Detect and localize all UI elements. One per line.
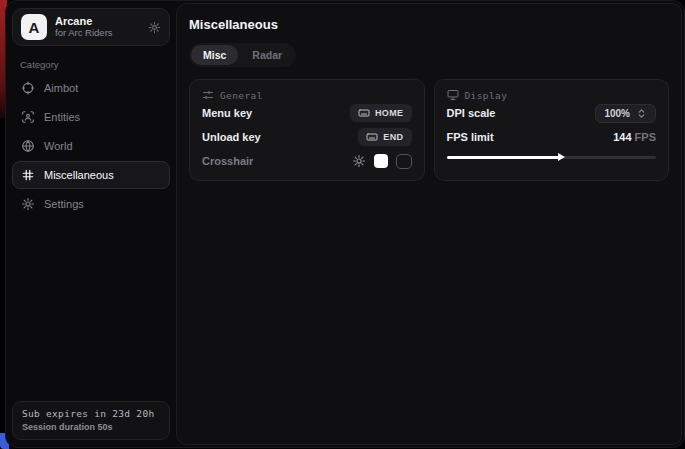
- grid-icon: [21, 168, 35, 182]
- crosshair-settings-gear-icon[interactable]: [352, 154, 366, 168]
- crosshair-row: Crosshair: [202, 149, 412, 173]
- unload-key-row: Unload key END: [202, 125, 412, 149]
- sub-expiry-text: Sub expires in 23d 20h: [22, 408, 160, 419]
- fps-slider[interactable]: [447, 151, 657, 163]
- sidebar-item-aimbot[interactable]: Aimbot: [12, 74, 170, 102]
- fps-limit-row: FPS limit 144 FPS: [447, 125, 657, 149]
- dpi-scale-row: DPI scale 100%: [447, 101, 657, 125]
- gear-icon: [21, 197, 35, 211]
- tab-radar[interactable]: Radar: [240, 45, 294, 65]
- dpi-scale-select[interactable]: 100%: [595, 104, 656, 123]
- category-label: Category: [20, 59, 170, 70]
- sidebar-item-settings[interactable]: Settings: [12, 190, 170, 218]
- menu-key-button[interactable]: HOME: [350, 104, 412, 122]
- brand-subtitle: for Arc Riders: [55, 28, 140, 39]
- sidebar-item-world[interactable]: World: [12, 132, 170, 160]
- panels-row: General Menu key HOME Unload key: [189, 79, 669, 181]
- sidebar-nav: Aimbot Entities World: [12, 74, 170, 218]
- sidebar-item-label: Aimbot: [44, 82, 78, 94]
- crosshair-icon: [21, 81, 35, 95]
- tab-misc[interactable]: Misc: [191, 45, 238, 65]
- sliders-icon: [202, 89, 214, 101]
- fps-slider-fill: [447, 156, 560, 159]
- display-panel-header: Display: [447, 89, 657, 101]
- overlay-window: A Arcane for Arc Riders Category: [5, 0, 685, 448]
- general-panel-title: General: [220, 90, 263, 101]
- scan-user-icon: [21, 110, 35, 124]
- keyboard-icon: [366, 131, 378, 143]
- fps-unit: FPS: [635, 131, 656, 143]
- fps-limit-value: 144 FPS: [613, 131, 656, 143]
- crosshair-color-swatch[interactable]: [374, 154, 388, 168]
- session-duration-text: Session duration 50s: [22, 422, 160, 432]
- dpi-scale-label: DPI scale: [447, 107, 496, 119]
- sidebar-item-entities[interactable]: Entities: [12, 103, 170, 131]
- fps-limit-label: FPS limit: [447, 131, 494, 143]
- sidebar-item-label: World: [44, 140, 73, 152]
- unload-key-button[interactable]: END: [358, 128, 411, 146]
- brand-logo: A: [21, 14, 47, 40]
- brand-card: A Arcane for Arc Riders: [12, 8, 170, 46]
- tab-bar: Misc Radar: [189, 43, 296, 67]
- crosshair-controls: [352, 154, 412, 169]
- sidebar-item-label: Settings: [44, 198, 84, 210]
- sidebar-item-label: Miscellaneous: [44, 169, 114, 181]
- fps-slider-thumb[interactable]: [558, 153, 565, 161]
- general-panel: General Menu key HOME Unload key: [189, 79, 425, 181]
- display-panel-title: Display: [465, 90, 508, 101]
- sidebar: A Arcane for Arc Riders Category: [6, 1, 176, 447]
- display-panel: Display DPI scale 100% FPS limit: [434, 79, 670, 181]
- monitor-icon: [447, 89, 459, 101]
- menu-key-value: HOME: [375, 108, 404, 118]
- unload-key-label: Unload key: [202, 131, 261, 143]
- subscription-info-card: Sub expires in 23d 20h Session duration …: [12, 401, 170, 440]
- menu-key-label: Menu key: [202, 107, 252, 119]
- crosshair-checkbox[interactable]: [396, 154, 412, 169]
- brand-gear-icon[interactable]: [148, 21, 161, 34]
- sidebar-item-miscellaneous[interactable]: Miscellaneous: [12, 161, 170, 189]
- chevrons-up-down-icon: [636, 108, 647, 119]
- fps-number: 144: [613, 131, 631, 143]
- general-panel-header: General: [202, 89, 412, 101]
- main-content: Miscellaneous Misc Radar General: [176, 3, 682, 445]
- keyboard-icon: [358, 107, 370, 119]
- page-title: Miscellaneous: [189, 17, 669, 32]
- unload-key-value: END: [383, 132, 403, 142]
- brand-title: Arcane: [55, 15, 140, 28]
- sidebar-item-label: Entities: [44, 111, 80, 123]
- menu-key-row: Menu key HOME: [202, 101, 412, 125]
- crosshair-label: Crosshair: [202, 155, 253, 167]
- dpi-scale-value: 100%: [604, 108, 630, 119]
- globe-icon: [21, 139, 35, 153]
- brand-text: Arcane for Arc Riders: [55, 15, 140, 39]
